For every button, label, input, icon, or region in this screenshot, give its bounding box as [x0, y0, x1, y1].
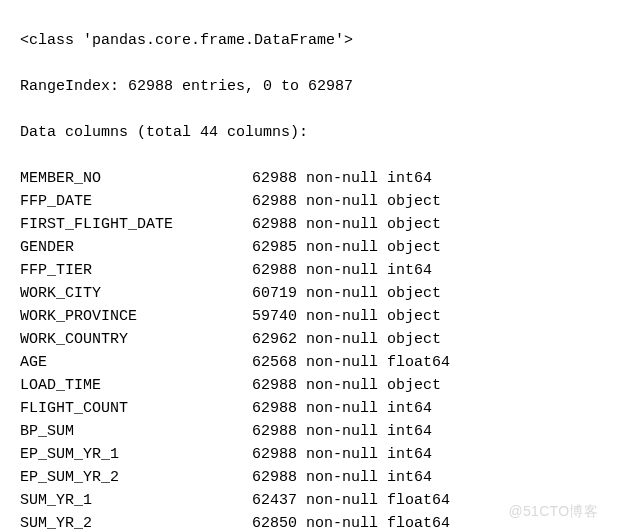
- column-info: 62850 non-null float64: [252, 512, 450, 529]
- table-row: BP_SUM62988 non-null int64: [20, 420, 628, 443]
- column-name: FFP_TIER: [20, 259, 252, 282]
- header-columns-line: Data columns (total 44 columns):: [20, 121, 628, 144]
- column-name: GENDER: [20, 236, 252, 259]
- column-info: 59740 non-null object: [252, 305, 441, 328]
- output-block: <class 'pandas.core.frame.DataFrame'> Ra…: [0, 0, 628, 529]
- table-row: EP_SUM_YR_162988 non-null int64: [20, 443, 628, 466]
- column-info: 62988 non-null int64: [252, 420, 432, 443]
- column-info: 62988 non-null int64: [252, 259, 432, 282]
- table-row: WORK_CITY60719 non-null object: [20, 282, 628, 305]
- table-row: AGE62568 non-null float64: [20, 351, 628, 374]
- column-name: AGE: [20, 351, 252, 374]
- table-row: LOAD_TIME62988 non-null object: [20, 374, 628, 397]
- column-name: BP_SUM: [20, 420, 252, 443]
- table-row: SUM_YR_162437 non-null float64: [20, 489, 628, 512]
- table-row: MEMBER_NO62988 non-null int64: [20, 167, 628, 190]
- column-info: 62988 non-null object: [252, 374, 441, 397]
- column-name: SUM_YR_1: [20, 489, 252, 512]
- column-info: 62437 non-null float64: [252, 489, 450, 512]
- column-info: 62985 non-null object: [252, 236, 441, 259]
- column-info: 62962 non-null object: [252, 328, 441, 351]
- table-row: FFP_DATE62988 non-null object: [20, 190, 628, 213]
- column-info: 60719 non-null object: [252, 282, 441, 305]
- column-name: FFP_DATE: [20, 190, 252, 213]
- column-name: LOAD_TIME: [20, 374, 252, 397]
- column-info: 62568 non-null float64: [252, 351, 450, 374]
- column-name: WORK_CITY: [20, 282, 252, 305]
- column-name: FIRST_FLIGHT_DATE: [20, 213, 252, 236]
- column-name: WORK_COUNTRY: [20, 328, 252, 351]
- table-row: GENDER62985 non-null object: [20, 236, 628, 259]
- table-row: FLIGHT_COUNT62988 non-null int64: [20, 397, 628, 420]
- column-info: 62988 non-null object: [252, 213, 441, 236]
- table-row: SUM_YR_262850 non-null float64: [20, 512, 628, 529]
- column-name: FLIGHT_COUNT: [20, 397, 252, 420]
- column-name: WORK_PROVINCE: [20, 305, 252, 328]
- table-row: EP_SUM_YR_262988 non-null int64: [20, 466, 628, 489]
- table-row: FFP_TIER62988 non-null int64: [20, 259, 628, 282]
- column-list: MEMBER_NO62988 non-null int64FFP_DATE629…: [20, 167, 628, 529]
- column-name: EP_SUM_YR_2: [20, 466, 252, 489]
- column-info: 62988 non-null object: [252, 190, 441, 213]
- table-row: WORK_COUNTRY62962 non-null object: [20, 328, 628, 351]
- column-info: 62988 non-null int64: [252, 167, 432, 190]
- column-info: 62988 non-null int64: [252, 443, 432, 466]
- column-name: SUM_YR_2: [20, 512, 252, 529]
- column-name: EP_SUM_YR_1: [20, 443, 252, 466]
- table-row: WORK_PROVINCE59740 non-null object: [20, 305, 628, 328]
- header-class-line: <class 'pandas.core.frame.DataFrame'>: [20, 29, 628, 52]
- column-info: 62988 non-null int64: [252, 397, 432, 420]
- column-name: MEMBER_NO: [20, 167, 252, 190]
- header-range-line: RangeIndex: 62988 entries, 0 to 62987: [20, 75, 628, 98]
- table-row: FIRST_FLIGHT_DATE62988 non-null object: [20, 213, 628, 236]
- column-info: 62988 non-null int64: [252, 466, 432, 489]
